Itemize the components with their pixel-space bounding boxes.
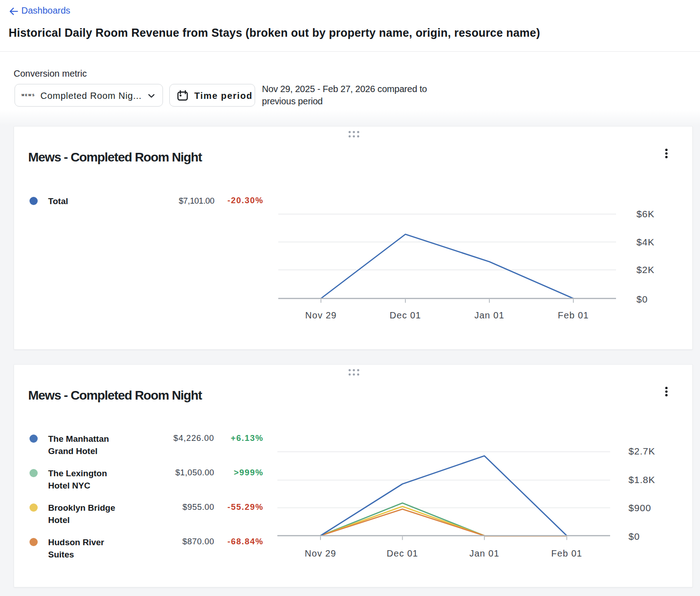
svg-text:Dec 01: Dec 01 [389, 310, 421, 320]
svg-text:$2K: $2K [636, 264, 655, 275]
svg-text:Dec 01: Dec 01 [387, 548, 418, 558]
svg-text:Jan 01: Jan 01 [469, 548, 499, 558]
svg-text:$900: $900 [629, 503, 651, 513]
svg-text:$0: $0 [629, 531, 640, 542]
svg-text:Jan 01: Jan 01 [474, 310, 504, 320]
svg-text:$4K: $4K [636, 237, 655, 247]
svg-text:Nov 29: Nov 29 [305, 310, 336, 320]
svg-text:$0: $0 [636, 294, 648, 304]
svg-text:Feb 01: Feb 01 [558, 310, 589, 320]
svg-text:$2.7K: $2.7K [629, 446, 656, 456]
svg-text:Feb 01: Feb 01 [551, 548, 582, 558]
svg-text:Nov 29: Nov 29 [305, 548, 336, 558]
svg-text:$6K: $6K [636, 209, 655, 219]
svg-text:$1.8K: $1.8K [629, 474, 656, 485]
